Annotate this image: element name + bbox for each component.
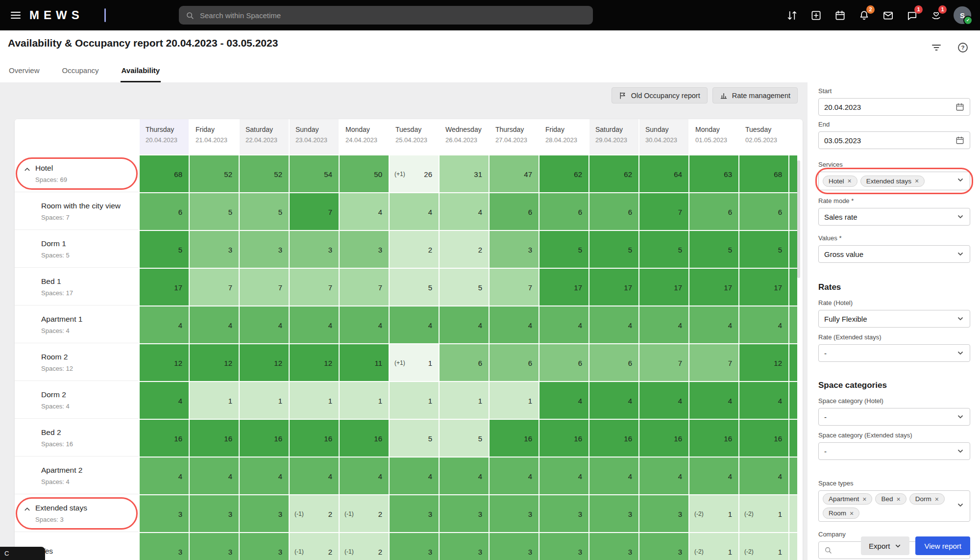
chip-remove-icon[interactable]: ×	[862, 496, 866, 503]
row-label-extended-stays[interactable]: Extended staysSpaces: 3	[15, 495, 139, 532]
rate-extended-value: -	[824, 349, 827, 357]
column-header-24-04-2023: Monday24.04.2023	[340, 119, 389, 154]
availability-cell: 5	[190, 193, 239, 230]
services-multiselect[interactable]: Hotel×Extended stays×	[818, 172, 970, 190]
chip-label: Extended stays	[866, 178, 911, 185]
row-label-dorm-2[interactable]: Dorm 2Spaces: 4	[15, 382, 139, 419]
space-category-extended-select[interactable]: -	[818, 442, 970, 460]
rate-management-button[interactable]: Rate management	[712, 87, 798, 103]
availability-value: 6	[178, 207, 182, 216]
availability-value: 5	[428, 283, 432, 291]
availability-value: 4	[328, 321, 332, 329]
column-header-20-04-2023: Thursday20.04.2023	[140, 119, 189, 154]
start-label: Start	[818, 87, 970, 95]
row-label-hotel[interactable]: HotelSpaces: 69	[15, 155, 139, 192]
values-select[interactable]: Gross value	[818, 245, 970, 263]
chip-remove-icon[interactable]: ×	[915, 178, 919, 184]
row-spaces-count: Spaces: 16	[41, 440, 139, 448]
chevron-up-icon[interactable]	[24, 166, 31, 174]
rate-hotel-select[interactable]: Fully Flexible	[818, 310, 970, 328]
row-label-apartment-1[interactable]: Apartment 1Spaces: 4	[15, 306, 139, 343]
row-label-room-with-the-city-view[interactable]: Room with the city viewSpaces: 7	[15, 193, 139, 230]
help-icon[interactable]: ?	[957, 42, 968, 53]
availability-value: 7	[678, 207, 682, 216]
availability-value: 16	[374, 434, 382, 442]
mail-icon[interactable]	[882, 9, 894, 22]
tab-availability[interactable]: Availability	[121, 61, 161, 82]
export-button[interactable]: Export	[861, 536, 909, 555]
availability-cell: 17	[739, 269, 788, 305]
space-category-hotel-value: -	[824, 413, 827, 421]
column-day-label: Sunday	[295, 126, 339, 133]
chip-apartment[interactable]: Apartment×	[823, 493, 872, 505]
filter-icon[interactable]	[931, 42, 942, 53]
availability-cell: 52	[190, 155, 239, 192]
care-heart-icon[interactable]: 1	[930, 9, 942, 22]
rate-extended-select[interactable]: -	[818, 344, 970, 362]
availability-cell: 5	[639, 231, 688, 268]
column-day-label: Tuesday	[395, 126, 439, 133]
availability-cell: 1	[390, 382, 439, 419]
availability-value: 4	[428, 472, 432, 480]
availability-value: 4	[778, 472, 782, 480]
row-label-bed-1[interactable]: Bed 1Spaces: 17	[15, 269, 139, 305]
chip-hotel[interactable]: Hotel×	[823, 176, 858, 187]
chip-room[interactable]: Room×	[823, 508, 859, 519]
calendar-icon[interactable]	[833, 9, 846, 22]
start-date-input[interactable]: 20.04.2023	[818, 98, 970, 116]
chip-bed[interactable]: Bed×	[875, 493, 906, 505]
availability-value: 3	[678, 547, 682, 556]
rate-extended-label: Rate (Extended stays)	[818, 333, 970, 341]
bottom-left-overlay: C	[0, 547, 45, 560]
chat-icon[interactable]: 1	[906, 9, 918, 22]
row-label-bed-2[interactable]: Bed 2Spaces: 16	[15, 420, 139, 457]
chevron-up-icon[interactable]	[24, 506, 31, 513]
availability-value: 17	[574, 283, 582, 291]
plus-square-icon[interactable]	[809, 9, 822, 22]
availability-value: 4	[578, 396, 582, 405]
column-date-label: 27.04.2023	[495, 136, 539, 144]
sort-arrows-icon[interactable]	[785, 9, 798, 22]
row-label-apartment-2[interactable]: Apartment 2Spaces: 4	[15, 458, 139, 494]
chevron-down-icon	[956, 315, 964, 323]
user-avatar[interactable]: S ✓	[954, 6, 971, 24]
chip-remove-icon[interactable]: ×	[848, 178, 852, 184]
chip-extended-stays[interactable]: Extended stays×	[860, 176, 925, 187]
availability-value: 6	[528, 358, 532, 367]
availability-cell: 68	[739, 155, 788, 192]
space-types-multiselect[interactable]: Apartment×Bed×Dorm×Room×	[818, 490, 970, 522]
chip-remove-icon[interactable]: ×	[897, 496, 901, 503]
row-label-room-2[interactable]: Room 2Spaces: 12	[15, 344, 139, 381]
vertical-scrollbar[interactable]	[797, 160, 800, 278]
row-label-dorm-1[interactable]: Dorm 1Spaces: 5	[15, 231, 139, 268]
availability-value: 4	[378, 321, 382, 329]
old-occupancy-report-button[interactable]: Old Occupancy report	[612, 87, 708, 103]
hamburger-menu-icon[interactable]	[10, 9, 22, 21]
end-date-input[interactable]: 03.05.2023	[818, 131, 970, 149]
tab-overview[interactable]: Overview	[8, 61, 41, 82]
availability-cell: 6	[739, 193, 788, 230]
chip-dorm[interactable]: Dorm×	[909, 493, 945, 505]
availability-cell: 5	[539, 231, 588, 268]
availability-cell: 17	[689, 269, 738, 305]
column-day-label: Thursday	[495, 126, 539, 133]
availability-value: 6	[578, 207, 582, 216]
chip-remove-icon[interactable]: ×	[850, 510, 854, 517]
global-search[interactable]	[179, 6, 593, 25]
space-category-hotel-select[interactable]: -	[818, 408, 970, 426]
availability-value: 4	[428, 321, 432, 329]
svg-text:?: ?	[961, 45, 964, 51]
search-input[interactable]	[199, 11, 586, 20]
availability-cell: 16	[290, 420, 339, 457]
bell-icon[interactable]: 2	[858, 9, 870, 22]
rate-mode-select[interactable]: Sales rate	[818, 208, 970, 226]
column-day-label: Monday	[345, 126, 389, 133]
care-badge: 1	[938, 5, 947, 14]
availability-value: 5	[678, 245, 682, 254]
space-category-extended-label: Space category (Extended stays)	[818, 432, 970, 439]
view-report-button[interactable]: View report	[915, 536, 970, 555]
availability-value: 3	[478, 547, 482, 556]
tab-occupancy[interactable]: Occupancy	[61, 61, 100, 82]
chip-remove-icon[interactable]: ×	[935, 496, 939, 503]
availability-value: 4	[628, 472, 632, 480]
